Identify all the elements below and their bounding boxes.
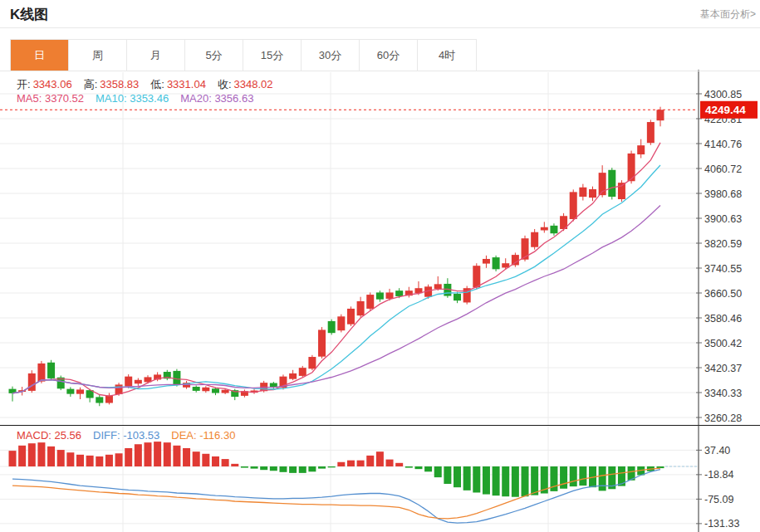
y-axis-label: 3420.37 <box>704 363 742 374</box>
macd-axis-label: -131.33 <box>704 518 739 530</box>
macd-bar <box>212 456 219 466</box>
candle-body <box>135 380 142 383</box>
candle-body <box>657 110 664 120</box>
tab-period-7[interactable]: 4时 <box>418 40 476 71</box>
macd-bar <box>9 451 17 466</box>
macd-bar <box>154 442 161 466</box>
y-axis-label: 3500.42 <box>704 338 742 349</box>
tab-period-4[interactable]: 15分 <box>243 40 302 71</box>
fundamental-analysis-link[interactable]: 基本面分析> <box>700 7 756 22</box>
macd-axis-label: -18.84 <box>704 469 733 481</box>
candle-body <box>222 390 229 393</box>
open-value: 开:3343.06 <box>17 77 72 92</box>
macd-bar <box>463 466 471 491</box>
candle-body <box>589 189 596 198</box>
macd-bar <box>289 466 297 473</box>
y-axis-label: 3580.46 <box>704 313 742 325</box>
ma10-line <box>12 165 660 393</box>
y-axis-label: 3980.68 <box>704 188 742 200</box>
candle-body <box>579 188 586 197</box>
tab-period-2[interactable]: 月 <box>127 40 185 71</box>
macd-bar <box>502 466 509 496</box>
macd-bar <box>86 456 94 466</box>
macd-bar <box>47 447 55 466</box>
macd-bar <box>337 462 345 466</box>
tab-period-1[interactable]: 周 <box>69 40 127 71</box>
macd-bar <box>376 451 384 466</box>
close-value: 收:3348.02 <box>218 77 273 92</box>
macd-bar <box>599 466 606 491</box>
macd-bar <box>357 461 365 466</box>
candle-body <box>308 357 316 368</box>
macd-bar <box>328 466 336 467</box>
macd-chart-area <box>9 442 699 523</box>
candle-body <box>193 387 200 391</box>
candle-body <box>76 389 84 393</box>
candle-body <box>212 388 219 393</box>
macd-bar <box>144 442 151 466</box>
ma10-value: MA10: 3353.46 <box>96 92 169 105</box>
macd-bar <box>414 466 422 469</box>
macd-axis-label: 37.40 <box>704 445 730 456</box>
macd-bar <box>366 456 374 466</box>
macd-bar <box>444 466 451 484</box>
tab-period-3[interactable]: 5分 <box>185 40 243 71</box>
ohlc-info-row: 开:3343.06 高:3358.83 低:3331.04 收:3348.02 <box>17 77 285 92</box>
macd-value: MACD: 25.56 <box>17 429 81 442</box>
macd-bar <box>493 466 500 495</box>
y-axis-label: 4060.72 <box>704 164 742 175</box>
low-value: 低:3331.04 <box>150 77 206 92</box>
macd-bar <box>260 466 267 470</box>
high-value: 高:3358.83 <box>84 77 140 92</box>
candle-body <box>395 290 403 296</box>
candle-body <box>47 363 55 378</box>
macd-bar <box>570 466 577 486</box>
macd-bar <box>222 459 229 466</box>
macd-bar <box>28 443 36 466</box>
macd-bar <box>125 448 132 466</box>
macd-bar <box>395 463 403 466</box>
y-axis-label: 3340.33 <box>704 388 742 399</box>
macd-bar <box>522 466 529 496</box>
y-axis-label: 3660.50 <box>704 288 742 300</box>
candle-body <box>125 377 132 387</box>
macd-bar <box>512 466 519 497</box>
candle-body <box>434 284 442 289</box>
macd-bar <box>231 464 238 466</box>
candle-body <box>318 329 326 356</box>
dea-value: DEA: -116.30 <box>171 429 235 442</box>
macd-bar <box>173 446 180 466</box>
macd-bar <box>18 446 26 466</box>
macd-bar <box>386 460 394 466</box>
y-axis-label: 3820.59 <box>704 238 742 250</box>
candle-body <box>299 368 306 376</box>
candle-body <box>647 122 655 143</box>
candle-body <box>37 364 45 382</box>
macd-bar <box>308 466 316 471</box>
candle-body <box>493 257 500 269</box>
candle-body <box>115 384 123 394</box>
y-axis-label: 4140.76 <box>704 139 742 150</box>
candle-body <box>366 295 374 309</box>
candle-body <box>608 170 615 197</box>
tab-period-6[interactable]: 60分 <box>360 40 418 71</box>
tab-period-5[interactable]: 30分 <box>302 40 360 71</box>
candle-body <box>473 266 480 287</box>
macd-bar <box>96 456 103 466</box>
candle-body <box>337 316 345 330</box>
candle-body <box>550 226 557 233</box>
macd-bar <box>483 466 490 495</box>
candle-body <box>66 389 74 394</box>
macd-bar <box>164 442 171 466</box>
macd-bar <box>251 466 258 469</box>
y-axis-label: 4300.85 <box>704 89 742 100</box>
macd-bar <box>579 466 586 486</box>
macd-bar <box>531 466 538 495</box>
candle-body <box>105 396 113 403</box>
y-axis-label: 3740.55 <box>704 263 742 275</box>
candle-body <box>637 145 645 154</box>
macd-axis-label: -75.09 <box>704 494 733 505</box>
tab-period-0[interactable]: 日 <box>11 40 69 71</box>
candle-body <box>570 192 577 219</box>
macd-bar <box>115 453 123 466</box>
